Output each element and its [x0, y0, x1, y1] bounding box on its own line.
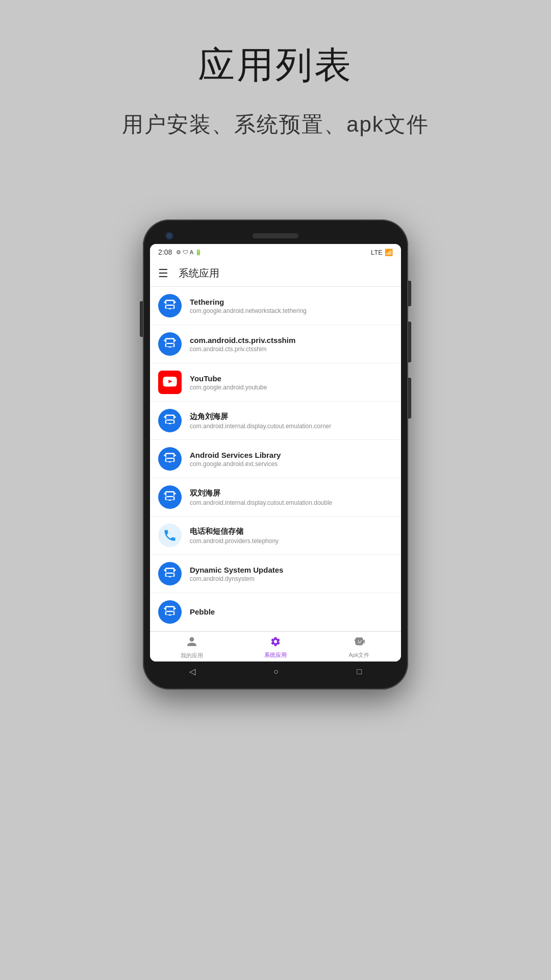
app-bar: ☰ 系统应用: [150, 260, 401, 287]
status-bar: 2:08 ⚙ 🛡 A 🔋 LTE 📶: [150, 244, 401, 260]
app-info: com.android.cts.priv.ctsshim com.android…: [190, 336, 393, 353]
app-bar-title: 系统应用: [179, 266, 219, 280]
volume-button[interactable]: [140, 301, 143, 337]
gear-icon: [270, 636, 281, 649]
app-info: Dynamic System Updates com.android.dynsy…: [190, 566, 393, 582]
nav-label-apk-files: Apk文件: [349, 651, 370, 659]
nav-label-system-apps: 系统应用: [264, 651, 287, 659]
app-name: 边角刘海屏: [190, 412, 393, 422]
app-package: com.google.android.networkstack.tetherin…: [190, 307, 393, 314]
page-subtitle: 用户安装、系统预置、apk文件: [0, 110, 551, 139]
app-name: Android Services Library: [190, 451, 393, 459]
app-name: YouTube: [190, 374, 393, 383]
app-info: 边角刘海屏 com.android.internal.display.cutou…: [190, 412, 393, 430]
list-item[interactable]: Dynamic System Updates com.android.dynsy…: [150, 555, 401, 593]
app-list: Tethering com.google.android.networkstac…: [150, 287, 401, 631]
nav-item-apk-files[interactable]: Apk文件: [317, 636, 401, 659]
app-icon-corner: [158, 409, 182, 432]
app-package: com.android.internal.display.cutout.emul…: [190, 423, 393, 430]
app-name: Pebble: [190, 607, 393, 616]
list-item[interactable]: Tethering com.google.android.networkstac…: [150, 287, 401, 325]
app-info: Tethering com.google.android.networkstac…: [190, 298, 393, 314]
app-info: Android Services Library com.google.andr…: [190, 451, 393, 468]
app-icon-double-cutout: [158, 485, 182, 509]
system-navbar: ◁ ○ □: [150, 662, 401, 682]
android-icon: [354, 636, 365, 649]
app-icon-dynsystem: [158, 562, 182, 585]
app-package: com.android.providers.telephony: [190, 537, 393, 545]
list-item[interactable]: 电话和短信存储 com.android.providers.telephony: [150, 517, 401, 555]
recents-button[interactable]: □: [357, 667, 362, 676]
phone-mockup: 2:08 ⚙ 🛡 A 🔋 LTE 📶 ☰ 系统应用: [143, 219, 408, 690]
page-background: 应用列表 用户安装、系统预置、apk文件 2:08 ⚙: [0, 0, 551, 980]
app-name: 双刘海屏: [190, 488, 393, 498]
volume-up-button[interactable]: [408, 322, 411, 362]
nav-item-system-apps[interactable]: 系统应用: [234, 636, 317, 659]
app-package: com.google.android.ext.services: [190, 460, 393, 468]
phone-speaker: [253, 233, 298, 238]
volume-down-button[interactable]: [408, 378, 411, 419]
phone-sensor: [378, 232, 386, 240]
person-icon: [186, 636, 197, 650]
app-name: Tethering: [190, 298, 393, 306]
signal-icon: 📶: [385, 249, 393, 256]
page-header: 应用列表 用户安装、系统预置、apk文件: [0, 0, 551, 139]
app-info: Pebble: [190, 607, 393, 617]
power-button[interactable]: [408, 281, 411, 306]
phone-top-bezel: [150, 227, 401, 244]
nav-item-my-apps[interactable]: 我的应用: [150, 636, 234, 659]
bottom-nav: 我的应用 系统应用: [150, 631, 401, 662]
app-name: Dynamic System Updates: [190, 566, 393, 574]
nav-label-my-apps: 我的应用: [181, 652, 203, 659]
page-title: 应用列表: [0, 41, 551, 90]
front-camera: [165, 232, 173, 240]
app-package: com.android.internal.display.cutout.emul…: [190, 499, 393, 506]
app-icon-youtube: [158, 371, 182, 394]
app-info: 电话和短信存储 com.android.providers.telephony: [190, 527, 393, 545]
home-button[interactable]: ○: [273, 667, 279, 676]
app-info: 双刘海屏 com.android.internal.display.cutout…: [190, 488, 393, 506]
list-item[interactable]: YouTube com.google.android.youtube: [150, 363, 401, 402]
app-info: YouTube com.google.android.youtube: [190, 374, 393, 391]
app-package: com.google.android.youtube: [190, 384, 393, 391]
network-type: LTE: [371, 249, 383, 256]
app-icon-ctsshim: [158, 332, 182, 356]
phone-screen: 2:08 ⚙ 🛡 A 🔋 LTE 📶 ☰ 系统应用: [150, 244, 401, 662]
app-package: com.android.dynsystem: [190, 575, 393, 582]
status-time: 2:08: [158, 248, 172, 256]
app-icon-pebble: [158, 600, 182, 624]
app-icon-tethering: [158, 294, 182, 317]
app-icon-android-services: [158, 447, 182, 471]
hamburger-menu[interactable]: ☰: [158, 268, 168, 279]
status-icons: ⚙ 🛡 A 🔋: [176, 249, 202, 256]
status-right: LTE 📶: [371, 249, 393, 256]
list-item[interactable]: Android Services Library com.google.andr…: [150, 440, 401, 478]
list-item[interactable]: com.android.cts.priv.ctsshim com.android…: [150, 325, 401, 363]
back-button[interactable]: ◁: [189, 667, 195, 676]
app-icon-telephony: [158, 524, 182, 547]
list-item[interactable]: 边角刘海屏 com.android.internal.display.cutou…: [150, 402, 401, 440]
list-item[interactable]: Pebble: [150, 593, 401, 631]
app-package: com.android.cts.priv.ctsshim: [190, 346, 393, 353]
list-item[interactable]: 双刘海屏 com.android.internal.display.cutout…: [150, 478, 401, 517]
app-name: com.android.cts.priv.ctsshim: [190, 336, 393, 345]
app-name: 电话和短信存储: [190, 527, 393, 536]
status-left: 2:08 ⚙ 🛡 A 🔋: [158, 248, 202, 256]
